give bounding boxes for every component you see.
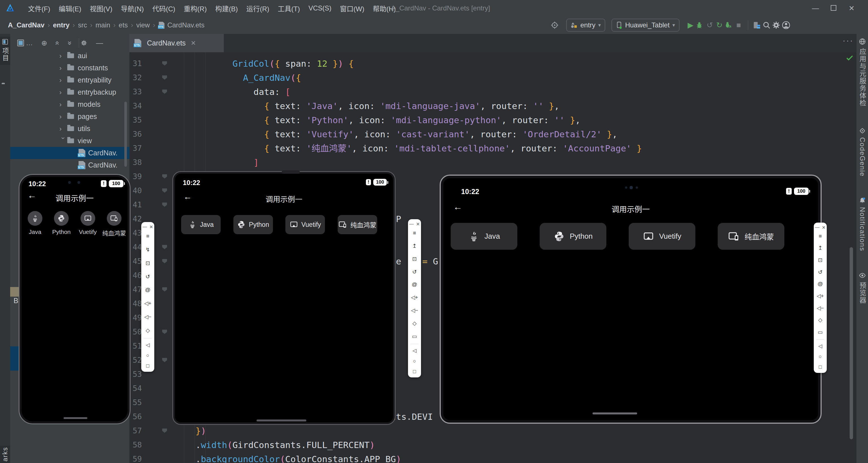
minimize-icon[interactable]: — (143, 224, 147, 230)
line-number[interactable]: 41 (129, 198, 142, 212)
editor-options-kebab-icon[interactable]: ··· (843, 36, 854, 45)
close-icon[interactable]: ✕ (416, 221, 420, 227)
fold-marker-icon[interactable] (162, 245, 167, 249)
chevron-collapsed-icon[interactable]: › (59, 125, 67, 133)
line-number[interactable]: 57 (129, 424, 142, 438)
locate-file-icon[interactable]: ⊕ (41, 39, 47, 47)
tree-row[interactable]: ›aui (10, 50, 129, 62)
close-icon[interactable]: ✕ (149, 224, 153, 230)
shake-icon[interactable]: ◇ (818, 317, 823, 323)
line-number[interactable]: 35 (129, 113, 142, 127)
nav-card[interactable]: Java (181, 215, 221, 234)
vol-up-icon[interactable]: ◁+ (144, 300, 151, 307)
chevron-collapsed-icon[interactable]: › (59, 113, 67, 121)
breadcrumb-file[interactable]: CardNav.ets (167, 21, 205, 29)
close-icon[interactable]: ✕ (822, 225, 825, 230)
line-number[interactable]: 54 (129, 381, 142, 396)
account-icon[interactable] (781, 21, 791, 30)
fold-marker-icon[interactable] (162, 330, 167, 334)
sidebar-tab-bookmarks[interactable]: arks (0, 445, 10, 463)
nav-card[interactable]: 纯血鸿蒙 (718, 223, 784, 250)
minimize-icon[interactable]: — (409, 221, 414, 227)
vol-down-icon[interactable]: ◁− (411, 307, 418, 314)
line-number[interactable]: 39 (129, 169, 142, 184)
nav-card[interactable]: Vuetify (629, 223, 695, 250)
code-line[interactable]: data: [ (180, 85, 290, 99)
settings-gear-icon[interactable] (772, 21, 781, 29)
breadcrumb-item[interactable]: ets (119, 21, 128, 29)
code-line[interactable]: A_CardNav({ (180, 71, 301, 85)
profiler-icon[interactable] (753, 21, 762, 29)
tree-row[interactable]: ›entryability (10, 74, 129, 86)
menu-item[interactable]: 窗口(W) (336, 3, 369, 13)
fold-marker-icon[interactable] (162, 259, 167, 263)
line-number[interactable]: 43 (129, 226, 142, 240)
sidebar-tab-project[interactable]: 项目 (0, 37, 10, 65)
chevron-collapsed-icon[interactable]: › (59, 52, 67, 60)
line-number[interactable]: 48 (129, 297, 142, 311)
sidebar-tab-[interactable]: 应用与元服务体检 (857, 34, 868, 107)
minimize-button[interactable]: — (806, 4, 825, 12)
nav-card[interactable]: Python (234, 215, 273, 234)
menu-item[interactable]: 运行(R) (242, 3, 274, 13)
menu-item[interactable]: 视图(V) (86, 3, 117, 13)
attach-debugger-icon[interactable]: ↺ (705, 21, 715, 30)
fold-marker-icon[interactable] (162, 61, 167, 65)
upload-icon[interactable]: ↥ (412, 243, 417, 249)
menu-item[interactable]: VCS(S) (304, 4, 336, 12)
line-number[interactable]: 55 (129, 396, 142, 410)
tree-row[interactable]: ›utils (10, 123, 129, 135)
home-icon[interactable]: ○ (413, 358, 416, 364)
line-number[interactable]: 38 (129, 155, 142, 169)
line-number[interactable]: 32 (129, 71, 142, 85)
fold-marker-icon[interactable] (162, 203, 167, 207)
back-tri-icon[interactable]: ◁ (412, 347, 416, 354)
line-number[interactable]: 40 (129, 184, 142, 198)
sidebar-tab-codegenie[interactable]: CodeGenie (857, 123, 868, 177)
recents-icon[interactable]: □ (146, 363, 150, 369)
shake-icon[interactable]: ◇ (146, 327, 150, 334)
breadcrumb-item[interactable]: src (78, 21, 87, 29)
fold-marker-icon[interactable] (162, 90, 167, 94)
fold-marker-icon[interactable] (162, 358, 167, 362)
code-line[interactable]: { text: 'Vuetify', icon: 'cast-variant',… (180, 127, 617, 141)
device-select[interactable]: Huawei_Tablet ▾ (612, 19, 679, 32)
menu-item[interactable]: 重构(R) (179, 3, 211, 13)
line-number[interactable]: 47 (129, 282, 142, 297)
nav-card[interactable]: 纯血鸿蒙 (338, 215, 377, 234)
rotate-icon[interactable]: ↺ (818, 269, 823, 275)
at-icon[interactable]: @ (145, 287, 150, 293)
tree-row[interactable]: ›constants (10, 62, 129, 74)
line-number[interactable]: 58 (129, 438, 142, 452)
home-icon[interactable]: ○ (819, 354, 822, 360)
code-line[interactable]: ] (180, 155, 259, 169)
crop-icon[interactable]: ⊡ (412, 256, 417, 262)
restart-app-button[interactable]: ↻ (715, 21, 724, 30)
stop-button[interactable]: ■ (734, 21, 743, 30)
line-number[interactable]: 59 (129, 452, 142, 463)
maximize-button[interactable] (825, 4, 843, 12)
rotate-icon[interactable]: ↺ (412, 269, 417, 275)
inspection-ok-icon[interactable] (845, 53, 854, 62)
flash-icon[interactable]: ↯ (146, 246, 150, 253)
debug-button[interactable] (695, 21, 705, 29)
run-button[interactable]: ▶ (686, 21, 695, 30)
vol-up-icon[interactable]: ◁+ (816, 292, 824, 299)
fold-marker-icon[interactable] (162, 429, 167, 433)
editor-tab-cardnav[interactable]: ETS CardNav.ets ✕ (129, 34, 224, 52)
line-number[interactable]: 53 (129, 367, 142, 381)
menu-item[interactable]: 构建(B) (211, 3, 242, 13)
breadcrumb-item[interactable]: A_CardNav (8, 21, 44, 29)
fold-marker-icon[interactable] (162, 174, 167, 179)
vol-down-icon[interactable]: ◁− (816, 305, 824, 311)
crop-icon[interactable]: ⊡ (818, 257, 823, 263)
tree-row[interactable]: ETSCardNav. (10, 147, 129, 159)
close-button[interactable]: ✕ (843, 4, 861, 12)
breadcrumb-item[interactable]: main (95, 21, 110, 29)
rotate-icon[interactable]: ↺ (146, 273, 150, 280)
menu-item[interactable]: 文件(F) (24, 3, 55, 13)
code-line[interactable]: .width(GirdConstants.FULL_PERCENT) (180, 438, 375, 452)
chevron-collapsed-icon[interactable]: › (59, 88, 67, 96)
home-icon[interactable]: ○ (146, 352, 150, 359)
tree-row[interactable]: ›view (10, 135, 129, 147)
